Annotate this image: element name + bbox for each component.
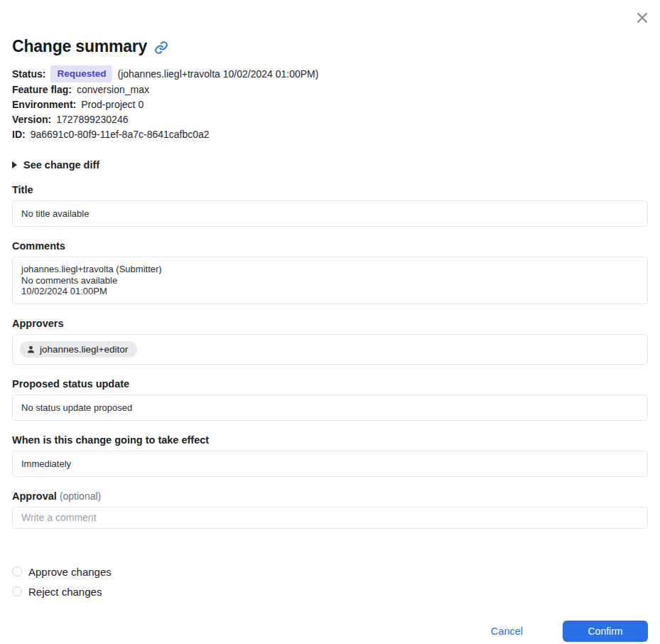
metadata-list: Status: Requested (johannes.liegl+travol… — [12, 65, 648, 142]
id-row: ID: 9a6691c0-80f9-11ef-8a7c-8641cafbc0a2 — [12, 127, 648, 142]
see-change-diff-toggle[interactable]: See change diff — [12, 159, 99, 171]
comments-box: johannes.liegl+travolta (Submitter) No c… — [12, 257, 648, 304]
status-update-box: No status update proposed — [12, 395, 648, 421]
cancel-button[interactable]: Cancel — [484, 621, 530, 641]
person-icon — [26, 345, 36, 354]
see-change-diff-label: See change diff — [23, 159, 99, 171]
environment-label: Environment: — [12, 97, 76, 112]
approver-chip: johannes.liegl+editor — [20, 341, 137, 358]
status-update-section: Proposed status update No status update … — [12, 378, 648, 421]
approval-optional-text: (optional) — [60, 490, 101, 502]
approvers-section: Approvers johannes.liegl+editor — [12, 318, 648, 365]
approvers-box: johannes.liegl+editor — [12, 334, 648, 365]
approve-changes-option[interactable]: Approve changes — [12, 566, 648, 578]
environment-row: Environment: Prod-project 0 — [12, 97, 648, 112]
comment-timestamp: 10/02/2024 01:00PM — [21, 286, 639, 297]
status-row: Status: Requested (johannes.liegl+travol… — [12, 65, 648, 82]
close-icon — [635, 11, 649, 25]
title-section-label: Title — [12, 184, 648, 195]
comments-section: Comments johannes.liegl+travolta (Submit… — [12, 240, 648, 304]
feature-flag-label: Feature flag: — [12, 82, 72, 97]
status-label: Status: — [12, 67, 45, 82]
triangle-right-icon — [12, 161, 17, 168]
status-update-label: Proposed status update — [12, 378, 648, 390]
reject-changes-radio[interactable] — [12, 586, 22, 596]
effect-section: When is this change going to take effect… — [12, 434, 648, 477]
title-value-box: No title available — [12, 200, 648, 227]
feature-flag-value: conversion_max — [77, 82, 149, 97]
id-label: ID: — [12, 127, 26, 142]
change-summary-dialog: Change summary Status: Requested (johann… — [0, 0, 660, 644]
status-badge: Requested — [50, 65, 112, 82]
title-section: Title No title available — [12, 184, 648, 227]
effect-label: When is this change going to take effect — [12, 434, 648, 446]
approver-name: johannes.liegl+editor — [40, 344, 128, 355]
comments-section-label: Comments — [12, 240, 648, 252]
page-title: Change summary — [12, 37, 147, 56]
id-value: 9a6691c0-80f9-11ef-8a7c-8641cafbc0a2 — [31, 127, 210, 142]
approval-label: Approval (optional) — [12, 490, 648, 502]
copy-link-button[interactable] — [154, 41, 168, 55]
approval-comment-input[interactable] — [12, 507, 648, 529]
close-button[interactable] — [634, 10, 650, 26]
confirm-button[interactable]: Confirm — [563, 621, 648, 642]
chain-link-icon — [154, 41, 168, 55]
decision-radio-group: Approve changes Reject changes — [12, 566, 648, 598]
dialog-footer: Cancel Confirm — [12, 621, 648, 642]
approve-changes-label: Approve changes — [28, 566, 112, 578]
version-value: 1727899230246 — [56, 112, 128, 127]
approvers-section-label: Approvers — [12, 318, 648, 329]
version-label: Version: — [12, 112, 51, 127]
version-row: Version: 1727899230246 — [12, 112, 648, 127]
approval-label-text: Approval — [12, 490, 57, 502]
feature-flag-row: Feature flag: conversion_max — [12, 82, 648, 97]
reject-changes-option[interactable]: Reject changes — [12, 586, 648, 598]
reject-changes-label: Reject changes — [28, 586, 102, 598]
approval-section: Approval (optional) — [12, 490, 648, 529]
environment-value: Prod-project 0 — [81, 97, 144, 112]
comment-submitter: johannes.liegl+travolta (Submitter) — [21, 264, 639, 275]
comment-body: No comments available — [21, 275, 639, 286]
approve-changes-radio[interactable] — [12, 567, 22, 576]
effect-box: Immediately — [12, 451, 648, 477]
status-detail: (johannes.liegl+travolta 10/02/2024 01:0… — [117, 67, 318, 82]
